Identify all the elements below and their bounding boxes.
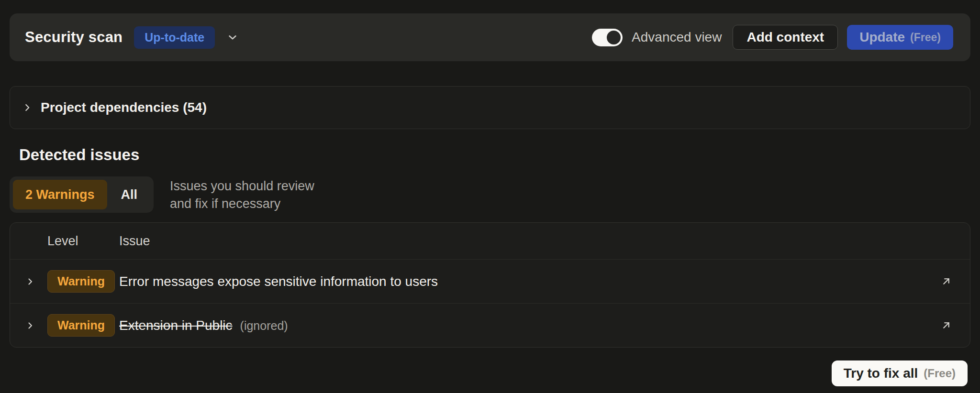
project-dependencies-row[interactable]: Project dependencies (54) bbox=[10, 86, 970, 129]
detected-issues-heading: Detected issues bbox=[19, 146, 970, 164]
level-cell: Warning bbox=[47, 270, 119, 293]
advanced-view-toggle[interactable] bbox=[592, 29, 623, 46]
security-scan-panel: Security scan Up-to-date Advanced view A… bbox=[0, 0, 980, 393]
action-cell bbox=[924, 320, 970, 331]
external-link-icon[interactable] bbox=[941, 320, 952, 331]
action-cell bbox=[924, 276, 970, 287]
table-row[interactable]: WarningError messages expose sensitive i… bbox=[10, 259, 970, 303]
issues-description-line1: Issues you should review bbox=[170, 177, 314, 195]
issues-table-body: WarningError messages expose sensitive i… bbox=[10, 259, 970, 347]
level-badge: Warning bbox=[47, 270, 115, 293]
issues-description: Issues you should review and fix if nece… bbox=[170, 176, 314, 213]
footer-actions: Try to fix all (Free) bbox=[10, 360, 970, 386]
chevron-right-icon[interactable] bbox=[25, 321, 35, 330]
issues-table-header: Level Issue bbox=[10, 223, 970, 259]
try-fix-all-label: Try to fix all bbox=[844, 366, 918, 381]
security-scan-header: Security scan Up-to-date Advanced view A… bbox=[10, 13, 970, 61]
issues-table: Level Issue WarningError messages expose… bbox=[10, 222, 970, 348]
column-header-level: Level bbox=[47, 234, 119, 249]
chevron-right-icon[interactable] bbox=[25, 277, 35, 286]
header-title-group: Security scan Up-to-date bbox=[25, 26, 239, 49]
update-button-free-tag: (Free) bbox=[910, 31, 941, 44]
update-button[interactable]: Update (Free) bbox=[847, 25, 953, 50]
toggle-knob bbox=[607, 31, 621, 44]
table-row[interactable]: WarningExtension in Public(ignored) bbox=[10, 303, 970, 347]
issue-cell: Extension in Public(ignored) bbox=[119, 318, 924, 333]
filter-all-tab[interactable]: All bbox=[108, 180, 151, 209]
issues-filter-row: 2 Warnings All Issues you should review … bbox=[10, 176, 970, 213]
chevron-right-icon bbox=[22, 102, 33, 113]
column-header-issue: Issue bbox=[119, 234, 924, 249]
issue-title: Error messages expose sensitive informat… bbox=[119, 274, 438, 289]
try-fix-all-free-tag: (Free) bbox=[924, 367, 956, 380]
scan-dropdown-button[interactable] bbox=[226, 31, 239, 44]
status-badge: Up-to-date bbox=[134, 26, 215, 49]
advanced-view-label: Advanced view bbox=[632, 30, 722, 45]
row-expand-chevron[interactable] bbox=[21, 277, 47, 286]
chevron-down-icon bbox=[226, 31, 239, 44]
page-title: Security scan bbox=[25, 29, 122, 46]
issue-filter-tabs: 2 Warnings All bbox=[10, 176, 154, 213]
filter-warnings-tab[interactable]: 2 Warnings bbox=[13, 180, 107, 209]
level-badge: Warning bbox=[47, 314, 115, 337]
ignored-tag: (ignored) bbox=[240, 319, 288, 333]
issue-title: Extension in Public bbox=[119, 318, 233, 333]
header-actions: Advanced view Add context Update (Free) bbox=[592, 25, 953, 50]
try-fix-all-button[interactable]: Try to fix all (Free) bbox=[832, 360, 968, 386]
project-dependencies-label: Project dependencies (54) bbox=[41, 100, 207, 115]
level-cell: Warning bbox=[47, 314, 119, 337]
row-expand-chevron[interactable] bbox=[21, 321, 47, 330]
issues-description-line2: and fix if necessary bbox=[170, 195, 314, 213]
external-link-icon[interactable] bbox=[941, 276, 952, 287]
issue-cell: Error messages expose sensitive informat… bbox=[119, 274, 924, 289]
add-context-button[interactable]: Add context bbox=[733, 25, 838, 50]
update-button-label: Update bbox=[859, 30, 905, 45]
